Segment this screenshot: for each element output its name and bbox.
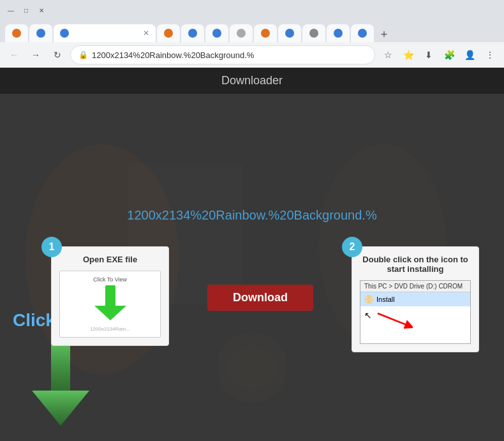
cursor-icon: ↖	[364, 310, 372, 320]
extensions-icon[interactable]: 🧩	[440, 46, 458, 64]
page-header: Downloader	[0, 68, 504, 94]
tab-close-button[interactable]: ✕	[143, 29, 149, 38]
maximize-button[interactable]: □	[20, 4, 32, 16]
step-2-title: Double click on the icon to start instal…	[360, 255, 471, 274]
tab-favicon	[188, 29, 197, 38]
tab-favicon	[309, 29, 318, 38]
profile-icon[interactable]: 👤	[461, 46, 478, 64]
back-button[interactable]: ←	[5, 46, 23, 64]
step-1-number: 1	[41, 237, 62, 257]
step1-thumb-label: Click To View	[93, 276, 127, 283]
tab-7[interactable]	[230, 24, 253, 42]
svg-marker-7	[32, 391, 89, 426]
tab-2[interactable]	[29, 24, 52, 42]
lock-icon: 🔒	[78, 50, 88, 59]
step-1-title: Open EXE file	[59, 255, 161, 264]
svg-line-10	[378, 313, 410, 326]
url-display: 1200x2134%20Rainbow.%20Background.%	[0, 208, 504, 223]
fe-item-label: Install	[376, 295, 395, 303]
nav-actions: ☆ ⭐ ⬇ 🧩 👤 ⋮	[379, 46, 499, 64]
address-bar[interactable]: 🔒 1200x2134%20Rainbow.%20Background.%	[70, 45, 375, 64]
tab-4[interactable]	[157, 24, 180, 42]
steps-area: 1 Open EXE file Click To View 1200x2134R…	[51, 246, 485, 352]
star-icon[interactable]: ⭐	[399, 46, 417, 64]
svg-marker-9	[94, 306, 126, 320]
step1-filename: 1200x2134Rain...	[90, 326, 130, 332]
step1-arrow-svg	[94, 285, 126, 320]
step1-arrow-icon	[94, 285, 126, 324]
page-title: Downloader	[221, 74, 283, 87]
red-arrow-svg	[374, 310, 413, 329]
tab-12[interactable]	[351, 24, 374, 42]
tab-8[interactable]	[254, 24, 277, 42]
fe-install-item[interactable]: 📀 Install	[360, 292, 470, 306]
tab-favicon	[334, 29, 343, 38]
tab-favicon	[237, 29, 246, 38]
tab-favicon	[261, 29, 270, 38]
step-1-image: Click To View 1200x2134Rain...	[59, 271, 161, 338]
download-manager-icon[interactable]: ⬇	[420, 46, 438, 64]
step-2-number: 2	[342, 237, 362, 257]
tab-11[interactable]	[327, 24, 350, 42]
close-button[interactable]: ✕	[36, 4, 47, 16]
nav-bar: ← → ↻ 🔒 1200x2134%20Rainbow.%20Backgroun…	[0, 42, 504, 68]
download-button[interactable]: Download	[207, 285, 313, 311]
tab-favicon	[285, 29, 294, 38]
forward-button[interactable]: →	[27, 46, 45, 64]
tab-1[interactable]	[5, 24, 28, 42]
address-text: 1200x2134%20Rainbow.%20Background.%	[92, 50, 367, 60]
page-content: Downloader 1200x2134%20Rainbow.%20Backgr…	[0, 68, 504, 441]
reload-button[interactable]: ↻	[48, 46, 66, 64]
url-text: 1200x2134%20Rainbow.%20Background.%	[127, 208, 376, 222]
new-tab-button[interactable]: +	[375, 27, 393, 42]
minimize-button[interactable]: —	[5, 4, 17, 16]
menu-icon[interactable]: ⋮	[481, 46, 499, 64]
fe-breadcrumb: This PC > DVD Drive (D:) CDROM	[360, 281, 470, 292]
tab-10[interactable]	[302, 24, 325, 42]
tab-favicon	[212, 29, 221, 38]
svg-rect-8	[105, 285, 115, 308]
tab-5[interactable]	[181, 24, 204, 42]
file-explorer: This PC > DVD Drive (D:) CDROM 📀 Install…	[360, 280, 471, 344]
step-2-card: 2 Double click on the icon to start inst…	[352, 246, 479, 352]
title-bar: — □ ✕	[0, 0, 504, 20]
big-green-arrow	[32, 343, 89, 428]
tab-favicon	[358, 29, 367, 38]
tab-6[interactable]	[205, 24, 228, 42]
tab-favicon	[36, 29, 45, 38]
window-controls[interactable]: — □ ✕	[5, 4, 47, 16]
fe-cursor-area: ↖	[360, 306, 470, 333]
bookmark-icon[interactable]: ☆	[379, 46, 397, 64]
step-1-card: 1 Open EXE file Click To View 1200x2134R…	[51, 246, 169, 346]
tab-favicon	[12, 29, 21, 38]
install-icon: 📀	[364, 295, 374, 304]
tab-9[interactable]	[278, 24, 301, 42]
tab-favicon	[60, 29, 69, 38]
download-button-container: Download	[207, 285, 313, 311]
tab-3-active[interactable]: ✕	[54, 24, 156, 42]
arrow-svg	[32, 343, 89, 426]
tab-favicon	[164, 29, 173, 38]
tabs-bar: ✕ +	[0, 20, 504, 42]
